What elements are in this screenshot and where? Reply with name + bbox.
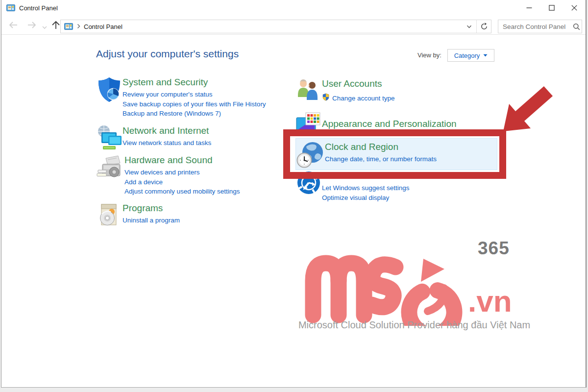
search-box <box>498 20 582 33</box>
category-title[interactable]: System and Security <box>122 76 266 88</box>
category-clock-and-region: Clock and Region Change date, time, or n… <box>296 141 437 171</box>
navigation-toolbar: Control Panel <box>1 16 586 35</box>
chevron-down-small-icon <box>42 25 48 29</box>
category-title[interactable]: Ease of Access <box>322 170 410 182</box>
maximize-icon <box>549 5 555 11</box>
category-title[interactable]: Network and Internet <box>122 124 211 137</box>
refresh-button[interactable] <box>476 20 491 33</box>
view-by-dropdown[interactable]: Category <box>447 49 494 62</box>
up-button[interactable] <box>50 20 61 32</box>
uac-shield-icon <box>322 93 330 103</box>
network-monitors-icon[interactable] <box>96 124 122 153</box>
watermark-tagline: Microsoft Cloud Solution Provider hàng đ… <box>293 319 536 331</box>
link-file-history[interactable]: Save backup copies of your files with Fi… <box>122 99 266 109</box>
link-change-account-type[interactable]: Change account type <box>332 94 395 103</box>
forward-button[interactable] <box>26 20 38 32</box>
category-title[interactable]: User Accounts <box>322 77 395 90</box>
control-panel-icon-small <box>64 22 73 31</box>
ease-of-access-icon[interactable] <box>295 170 322 202</box>
address-dropdown-button[interactable] <box>462 20 476 33</box>
minimize-icon <box>526 5 532 11</box>
link-windows-suggest-settings[interactable]: Let Windows suggest settings <box>322 183 410 193</box>
link-change-date-time-formats[interactable]: Change date, time, or number formats <box>325 154 437 164</box>
category-network-and-internet: Network and Internet View network status… <box>96 124 211 153</box>
page-title: Adjust your computer's settings <box>96 48 239 60</box>
address-bar[interactable]: Control Panel <box>60 20 491 33</box>
category-title[interactable]: Programs <box>122 202 180 214</box>
control-panel-window: Control Panel <box>1 0 587 388</box>
logo-domain-vn: .vn <box>468 284 512 318</box>
maximize-button[interactable] <box>540 0 563 16</box>
link-optimize-visual-display[interactable]: Optimize visual display <box>322 193 410 203</box>
window-controls <box>518 0 586 16</box>
chevron-down-icon <box>466 25 472 28</box>
category-title[interactable]: Clock and Region <box>325 141 437 153</box>
up-arrow-icon <box>50 20 61 30</box>
monitor-palette-icon[interactable] <box>295 111 322 140</box>
minimize-button[interactable] <box>518 0 540 16</box>
cd-box-icon[interactable] <box>96 202 122 230</box>
two-users-icon[interactable] <box>295 77 322 106</box>
back-arrow-icon <box>7 20 19 30</box>
link-view-network-status[interactable]: View network status and tasks <box>122 138 211 148</box>
back-button[interactable] <box>7 20 19 32</box>
link-add-a-device[interactable]: Add a device <box>124 177 240 187</box>
breadcrumb-root[interactable]: Control Panel <box>84 23 462 30</box>
view-by-value: Category <box>454 52 480 59</box>
logo-badge-365: 365 <box>478 238 510 259</box>
category-title[interactable]: Hardware and Sound <box>124 154 240 166</box>
search-input[interactable] <box>498 23 572 30</box>
search-icon[interactable] <box>572 20 582 33</box>
category-appearance-personalization: Appearance and Personalization <box>295 111 457 140</box>
category-system-and-security: System and Security Review your computer… <box>96 76 266 119</box>
breadcrumb-chevron-icon[interactable] <box>77 22 80 31</box>
control-panel-icon <box>6 3 15 12</box>
link-review-computer-status[interactable]: Review your computer's status <box>122 90 266 99</box>
link-uninstall-a-program[interactable]: Uninstall a program <box>122 216 180 225</box>
category-programs: Programs Uninstall a program <box>96 202 180 230</box>
watermark: 365 .vn Microsoft Cloud Solution Provide… <box>1 35 587 388</box>
link-view-devices-printers[interactable]: View devices and printers <box>124 168 240 177</box>
category-ease-of-access: Ease of Access Let Windows suggest setti… <box>295 170 410 202</box>
printer-icon[interactable] <box>96 154 124 196</box>
recent-pages-button[interactable] <box>42 24 48 31</box>
category-user-accounts: User Accounts Change account type <box>295 77 395 106</box>
link-mobility-settings[interactable]: Adjust commonly used mobility settings <box>124 187 240 196</box>
view-by-label: View by: <box>417 51 441 59</box>
main-content: Adjust your computer's settings View by:… <box>1 35 586 387</box>
close-icon <box>571 5 577 11</box>
window-title: Control Panel <box>19 4 58 12</box>
category-title[interactable]: Appearance and Personalization <box>322 118 457 130</box>
close-button[interactable] <box>563 0 586 16</box>
mso-logo <box>299 238 505 326</box>
link-backup-restore[interactable]: Backup and Restore (Windows 7) <box>122 109 266 119</box>
caret-down-icon <box>483 54 488 57</box>
refresh-icon <box>480 23 488 30</box>
shield-icon[interactable] <box>96 76 122 119</box>
globe-clock-icon[interactable] <box>296 141 325 171</box>
annotation-red-arrow <box>1 35 587 388</box>
forward-arrow-icon <box>26 20 38 30</box>
category-hardware-and-sound: Hardware and Sound View devices and prin… <box>96 154 240 196</box>
title-bar: Control Panel <box>1 0 586 16</box>
